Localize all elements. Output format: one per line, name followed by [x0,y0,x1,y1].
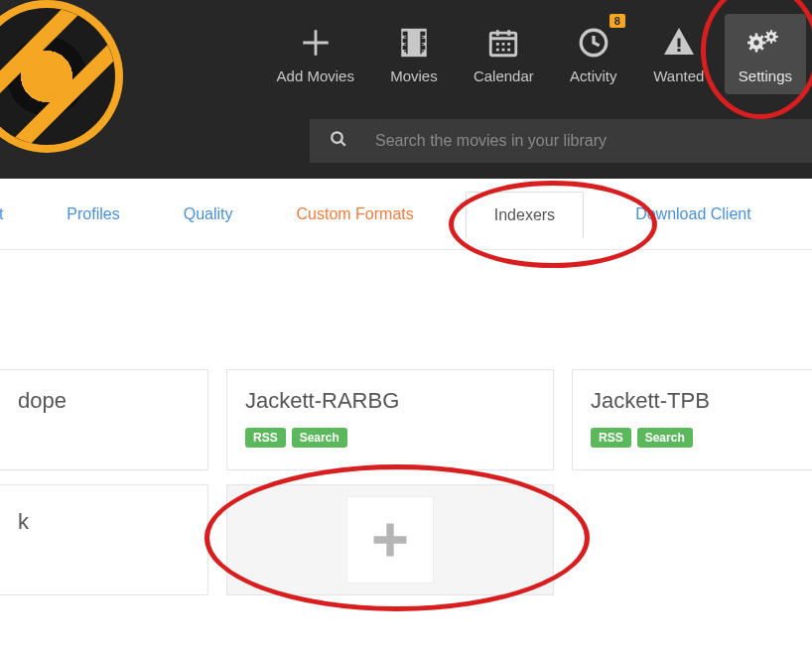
indexers-grid: dope Jackett-RARBG RSS Search Jackett-TP… [0,250,812,470]
plus-icon [368,518,412,562]
tab-indexers[interactable]: Indexers [466,192,584,238]
search-icon [330,130,347,152]
indexer-card-partial[interactable]: k [0,484,208,595]
plus-icon [299,22,333,64]
svg-rect-6 [421,46,425,50]
calendar-icon [486,22,520,64]
svg-rect-9 [677,39,680,48]
nav-items: Add Movies Movies Calendar 8 Activity [263,14,806,94]
nav-calendar[interactable]: Calendar [460,14,548,94]
indexer-card[interactable]: Jackett-RARBG RSS Search [226,369,554,470]
indexers-grid-row2: k [0,484,812,595]
tab-partial-left[interactable]: nt [0,196,15,233]
nav-label: Wanted [653,67,704,84]
svg-rect-4 [421,32,425,36]
svg-rect-10 [677,49,680,52]
top-navbar: Add Movies Movies Calendar 8 Activity [0,0,812,179]
nav-label: Calendar [474,67,534,84]
search-input[interactable] [375,132,792,150]
settings-tabs: nt Profiles Quality Custom Formats Index… [0,179,812,250]
nav-add-movies[interactable]: Add Movies [263,14,368,94]
nav-wanted[interactable]: Wanted [639,14,719,94]
svg-point-12 [753,40,758,45]
svg-rect-1 [403,32,407,36]
clock-icon [577,22,610,64]
indexer-badges: RSS Search [591,428,812,448]
badge-rss: RSS [591,428,631,448]
indexer-card[interactable]: dope [0,369,208,470]
indexer-badges: RSS Search [245,428,535,448]
svg-rect-3 [403,46,407,50]
tab-profiles[interactable]: Profiles [55,196,131,233]
tab-quality[interactable]: Quality [172,196,245,233]
indexer-card[interactable]: Jackett-TPB RSS Search [572,369,812,470]
nav-movies[interactable]: Movies [374,14,454,94]
gears-icon [747,22,783,64]
activity-badge: 8 [609,14,625,28]
app-logo [0,0,123,153]
badge-search: Search [637,428,693,448]
add-indexer-card[interactable] [226,484,554,595]
nav-label: Add Movies [277,67,354,84]
badge-search: Search [292,428,347,448]
nav-label: Movies [390,67,438,84]
svg-point-14 [769,35,773,39]
tab-custom-formats[interactable]: Custom Formats [285,196,426,233]
nav-activity[interactable]: 8 Activity [554,14,633,94]
badge-rss: RSS [245,428,286,448]
tab-download-client[interactable]: Download Client [623,196,763,233]
warning-icon [661,22,697,64]
indexer-name: dope [18,388,198,414]
svg-point-15 [332,132,342,143]
svg-rect-2 [403,39,407,43]
nav-label: Settings [739,67,792,84]
svg-rect-5 [421,39,425,43]
indexer-name: Jackett-TPB [591,388,812,414]
indexer-name: Jackett-RARBG [245,388,535,414]
nav-label: Activity [570,67,617,84]
indexer-name: k [18,509,29,534]
searchbar [310,119,812,163]
nav-settings[interactable]: Settings [725,14,806,94]
add-plus-box [346,496,434,584]
film-icon [397,22,431,64]
